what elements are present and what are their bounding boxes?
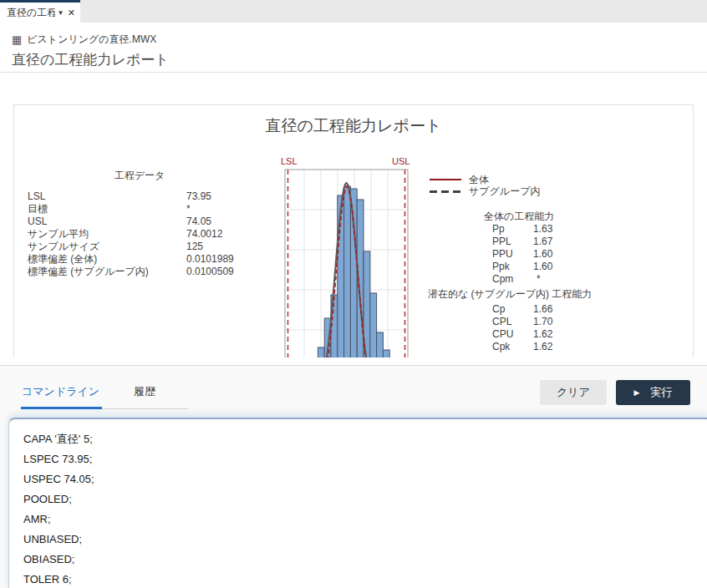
output-title: 直径の工程能力レポート bbox=[12, 50, 170, 69]
table-row: USL 74.05 bbox=[28, 215, 270, 228]
worksheet-grid-icon: ▦ bbox=[12, 34, 22, 45]
active-tab-underline bbox=[21, 407, 102, 409]
table-row: PPU 1.60 bbox=[492, 248, 552, 261]
worksheet-name: ピストンリングの直径.MWX bbox=[27, 33, 156, 47]
command-line-text: CAPA '直径' 5; bbox=[23, 429, 707, 449]
process-data-title: 工程データ bbox=[28, 169, 252, 183]
table-row: サンプルサイズ 125 bbox=[28, 241, 270, 253]
process-data-table: 工程データ LSL 73.95 目標 * USL 74.05 サンプル平均 74… bbox=[28, 169, 270, 278]
command-panel: コマンドライン 履歴 クリア ▶ 実行 CAPA '直径' 5; LSPEC 7… bbox=[0, 366, 707, 588]
command-line-text: UNBIASED; bbox=[23, 530, 707, 550]
table-row: 標準偏差 (サブグループ内) 0.0100509 bbox=[28, 266, 270, 278]
worksheet-row: ▦ ピストンリングの直径.MWX bbox=[12, 33, 156, 47]
run-button[interactable]: ▶ 実行 bbox=[616, 380, 690, 405]
table-row: 標準偏差 (全体) 0.0101989 bbox=[28, 253, 270, 266]
minitab-window: 直径の工程能力... ▾ ✕ ▦ ピストンリングの直径.MWX 直径の工程能力レ… bbox=[0, 0, 707, 588]
dashed-line-icon bbox=[430, 190, 461, 193]
play-icon: ▶ bbox=[634, 389, 640, 397]
table-row: Cpm * bbox=[492, 273, 552, 286]
table-row: 目標 * bbox=[28, 203, 270, 215]
report-title: 直径の工程能力レポート bbox=[14, 115, 693, 137]
capability-report-card[interactable]: 直径の工程能力レポート 工程データ LSL 73.95 目標 * USL 74.… bbox=[13, 104, 694, 357]
overall-capability-table: Pp 1.63 PPL 1.67 PPU 1.60 Ppk 1.60 Cpm bbox=[492, 223, 552, 286]
command-line-text: AMR; bbox=[23, 509, 707, 530]
table-row: LSL 73.95 bbox=[28, 190, 270, 203]
capability-histogram bbox=[279, 155, 413, 357]
tab-command-line[interactable]: コマンドライン bbox=[22, 384, 99, 399]
command-input-area[interactable]: CAPA '直径' 5; LSPEC 73.95; USPEC 74.05; P… bbox=[8, 418, 707, 588]
tabs-baseline bbox=[102, 408, 188, 409]
output-tabbar: 直径の工程能力... ▾ ✕ bbox=[0, 0, 707, 23]
command-line-text: POOLED; bbox=[23, 489, 707, 509]
command-line-text: USPEC 74.05; bbox=[23, 469, 707, 489]
table-row: Pp 1.63 bbox=[492, 223, 552, 236]
table-row: CPU 1.62 bbox=[492, 328, 552, 341]
output-pane: 直径の工程能力レポート 工程データ LSL 73.95 目標 * USL 74.… bbox=[0, 73, 707, 365]
tab-close-icon[interactable]: ✕ bbox=[68, 8, 75, 18]
output-tab[interactable]: 直径の工程能力... ▾ ✕ bbox=[0, 0, 80, 23]
tab-dropdown-icon[interactable]: ▾ bbox=[58, 8, 63, 17]
document-header: ▦ ピストンリングの直径.MWX 直径の工程能力レポート bbox=[0, 23, 707, 73]
overall-capability-title: 全体の工程能力 bbox=[484, 210, 554, 224]
table-row: Ppk 1.60 bbox=[492, 261, 552, 273]
clear-button[interactable]: クリア bbox=[540, 380, 607, 405]
table-row: PPL 1.67 bbox=[492, 236, 552, 248]
output-tab-label: 直径の工程能力... bbox=[7, 6, 55, 20]
tab-history[interactable]: 履歴 bbox=[134, 384, 155, 399]
table-row: Cp 1.66 bbox=[492, 303, 552, 316]
legend-item-within: サブグループ内 bbox=[430, 185, 540, 197]
command-line-text: TOLER 6; bbox=[23, 570, 707, 588]
solid-line-icon bbox=[430, 179, 461, 180]
within-capability-title: 潜在的な (サブグループ内) 工程能力 bbox=[428, 287, 592, 302]
command-line-text: OBIASED; bbox=[23, 550, 707, 570]
within-capability-table: Cp 1.66 CPL 1.70 CPU 1.62 Cpk 1.62 bbox=[492, 303, 552, 353]
table-row: CPL 1.70 bbox=[492, 316, 552, 328]
run-button-label: 実行 bbox=[650, 385, 672, 400]
curve-legend: 全体 サブグループ内 bbox=[430, 174, 540, 197]
table-row: サンプル平均 74.0012 bbox=[28, 228, 270, 241]
table-row: Cpk 1.62 bbox=[492, 341, 552, 353]
command-line-text: LSPEC 73.95; bbox=[23, 449, 707, 469]
